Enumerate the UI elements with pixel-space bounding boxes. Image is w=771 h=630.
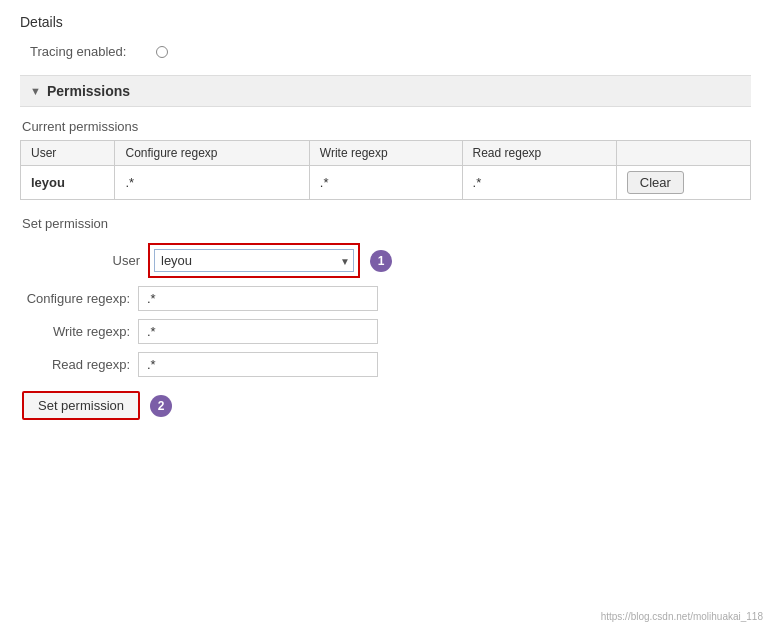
set-permission-section: Set permission User leyou admin guest ▼ … bbox=[20, 216, 751, 420]
table-row: leyou .* .* .* Clear bbox=[21, 166, 751, 200]
details-title: Details bbox=[20, 10, 751, 30]
user-label: User bbox=[30, 253, 140, 268]
table-header-row: User Configure regexp Write regexp Read … bbox=[21, 141, 751, 166]
read-input[interactable] bbox=[138, 352, 378, 377]
configure-field-row: Configure regexp: bbox=[20, 286, 751, 311]
row-read: .* bbox=[462, 166, 616, 200]
set-permission-label: Set permission bbox=[20, 216, 751, 231]
configure-input[interactable] bbox=[138, 286, 378, 311]
row-user: leyou bbox=[21, 166, 115, 200]
current-permissions-section: Current permissions User Configure regex… bbox=[20, 119, 751, 200]
col-user: User bbox=[21, 141, 115, 166]
permissions-header-label: Permissions bbox=[47, 83, 130, 99]
col-configure: Configure regexp bbox=[115, 141, 309, 166]
write-field-row: Write regexp: bbox=[20, 319, 751, 344]
set-permission-button-row: Set permission 2 bbox=[20, 391, 751, 420]
step-badge-2: 2 bbox=[150, 395, 172, 417]
clear-button[interactable]: Clear bbox=[627, 171, 684, 194]
permissions-table: User Configure regexp Write regexp Read … bbox=[20, 140, 751, 200]
tracing-label: Tracing enabled: bbox=[30, 44, 140, 59]
user-select-wrapper: leyou admin guest ▼ bbox=[148, 243, 360, 278]
read-label: Read regexp: bbox=[20, 357, 130, 372]
col-read: Read regexp bbox=[462, 141, 616, 166]
watermark: https://blog.csdn.net/molihuakai_118 bbox=[601, 611, 763, 622]
row-write: .* bbox=[309, 166, 462, 200]
read-field-row: Read regexp: bbox=[20, 352, 751, 377]
row-clear-cell: Clear bbox=[616, 166, 750, 200]
collapse-arrow-icon: ▼ bbox=[30, 85, 41, 97]
tracing-row: Tracing enabled: bbox=[20, 38, 751, 65]
user-field-row: User leyou admin guest ▼ 1 bbox=[20, 243, 751, 278]
step-badge-1: 1 bbox=[370, 250, 392, 272]
tracing-radio[interactable] bbox=[156, 46, 168, 58]
row-configure: .* bbox=[115, 166, 309, 200]
write-label: Write regexp: bbox=[20, 324, 130, 339]
col-actions bbox=[616, 141, 750, 166]
current-permissions-label: Current permissions bbox=[20, 119, 751, 134]
col-write: Write regexp bbox=[309, 141, 462, 166]
write-input[interactable] bbox=[138, 319, 378, 344]
set-permission-button[interactable]: Set permission bbox=[22, 391, 140, 420]
configure-label: Configure regexp: bbox=[20, 291, 130, 306]
user-select[interactable]: leyou admin guest bbox=[154, 249, 354, 272]
permissions-header[interactable]: ▼ Permissions bbox=[20, 75, 751, 107]
details-section: Details Tracing enabled: bbox=[20, 10, 751, 65]
